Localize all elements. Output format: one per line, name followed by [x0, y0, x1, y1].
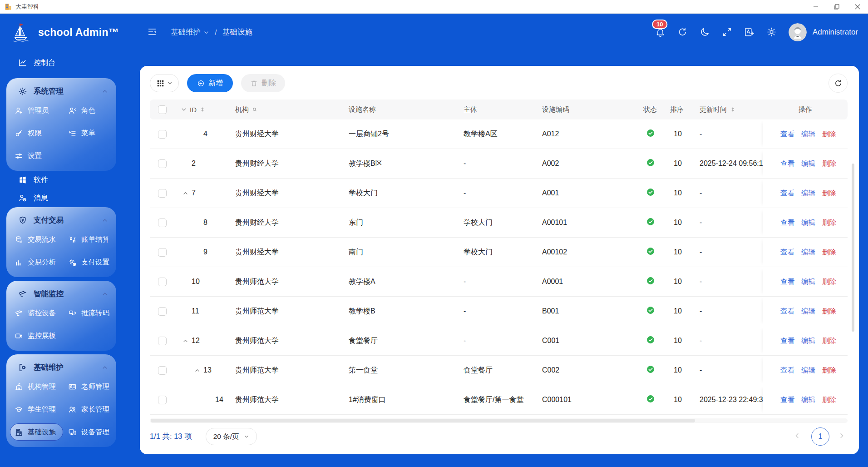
- edit-link[interactable]: 编辑: [801, 248, 815, 257]
- prev-page-button[interactable]: [793, 432, 803, 442]
- delete-link[interactable]: 删除: [822, 336, 836, 346]
- view-link[interactable]: 查看: [780, 129, 794, 139]
- minimize-button[interactable]: [805, 0, 826, 13]
- delete-link[interactable]: 删除: [822, 159, 836, 169]
- breadcrumb-section[interactable]: 基础维护: [171, 27, 209, 37]
- edit-link[interactable]: 编辑: [801, 395, 815, 405]
- sidebar-item-交易流水[interactable]: 交易流水: [6, 228, 62, 251]
- current-page-button[interactable]: 1: [811, 427, 829, 446]
- delete-link[interactable]: 删除: [822, 129, 836, 139]
- table-refresh-button[interactable]: [829, 74, 848, 93]
- fullscreen-icon[interactable]: [722, 27, 733, 38]
- view-link[interactable]: 查看: [780, 336, 794, 346]
- edit-link[interactable]: 编辑: [801, 189, 815, 198]
- header-status[interactable]: 状态: [637, 105, 664, 114]
- sidebar-item-设备管理[interactable]: 设备管理: [62, 421, 116, 443]
- row-checkbox[interactable]: [158, 219, 167, 227]
- sidebar-item-权限[interactable]: 权限: [6, 122, 62, 144]
- next-page-button[interactable]: [838, 432, 848, 442]
- sidebar-group-header[interactable]: 系统管理: [6, 84, 116, 99]
- row-checkbox[interactable]: [158, 307, 167, 316]
- view-link[interactable]: 查看: [780, 307, 794, 316]
- edit-link[interactable]: 编辑: [801, 159, 815, 169]
- sidebar-item-基础设施[interactable]: 基础设施: [10, 423, 63, 441]
- sidebar-item-软件[interactable]: 软件: [0, 171, 123, 189]
- settings-gear-icon[interactable]: [766, 27, 777, 38]
- column-settings-button[interactable]: [150, 74, 179, 92]
- sidebar-item-家长管理[interactable]: 家长管理: [62, 398, 116, 421]
- delete-button[interactable]: 删除: [241, 74, 285, 92]
- view-link[interactable]: 查看: [780, 395, 794, 405]
- close-button[interactable]: [847, 0, 868, 13]
- delete-link[interactable]: 删除: [822, 218, 836, 228]
- sidebar-item-设置[interactable]: 设置: [6, 144, 62, 167]
- collapse-row-icon[interactable]: [182, 338, 192, 344]
- delete-link[interactable]: 删除: [822, 307, 836, 316]
- collapse-row-icon[interactable]: [182, 190, 192, 196]
- refresh-icon[interactable]: [677, 27, 688, 38]
- row-checkbox[interactable]: [158, 248, 167, 257]
- header-subject[interactable]: 主体: [457, 105, 536, 114]
- delete-link[interactable]: 删除: [822, 395, 836, 405]
- sidebar-item-账单结算[interactable]: 账单结算: [62, 228, 116, 251]
- translate-icon[interactable]: [744, 27, 755, 38]
- add-button[interactable]: 新增: [187, 74, 233, 92]
- row-checkbox[interactable]: [158, 159, 167, 168]
- sidebar-group-header[interactable]: 基础维护: [6, 360, 116, 375]
- edit-link[interactable]: 编辑: [801, 307, 815, 316]
- username-label[interactable]: Administrator: [813, 28, 858, 37]
- edit-link[interactable]: 编辑: [801, 366, 815, 375]
- row-checkbox[interactable]: [158, 130, 167, 139]
- sidebar-group-header[interactable]: 支付交易: [6, 213, 116, 228]
- header-id[interactable]: ID: [174, 106, 229, 114]
- delete-link[interactable]: 删除: [822, 366, 836, 375]
- sidebar-item-监控展板[interactable]: 监控展板: [6, 324, 62, 347]
- sidebar-item-管理员[interactable]: 管理员: [6, 99, 62, 122]
- sidebar-group-header[interactable]: 智能监控: [6, 286, 116, 302]
- sidebar-item-消息[interactable]: 消息: [0, 189, 123, 207]
- view-link[interactable]: 查看: [780, 277, 794, 287]
- sidebar-item-角色[interactable]: 角色: [62, 99, 116, 122]
- sidebar-item-老师管理[interactable]: 老师管理: [62, 375, 116, 398]
- view-link[interactable]: 查看: [780, 218, 794, 228]
- sidebar-item-推流转码[interactable]: 推流转码: [62, 302, 116, 324]
- header-updated[interactable]: 更新时间: [693, 105, 763, 114]
- header-code[interactable]: 设施编码: [536, 105, 637, 114]
- maximize-button[interactable]: [826, 0, 847, 13]
- view-link[interactable]: 查看: [780, 366, 794, 375]
- edit-link[interactable]: 编辑: [801, 277, 815, 287]
- horizontal-scrollbar-thumb[interactable]: [151, 419, 695, 422]
- sidebar-item-监控设备[interactable]: 监控设备: [6, 302, 62, 324]
- sidebar-item-控制台[interactable]: 控制台: [0, 54, 123, 72]
- row-checkbox[interactable]: [158, 189, 167, 198]
- page-size-select[interactable]: 20 条/页: [206, 428, 257, 445]
- delete-link[interactable]: 删除: [822, 277, 836, 287]
- delete-link[interactable]: 删除: [822, 189, 836, 198]
- view-link[interactable]: 查看: [780, 248, 794, 257]
- row-checkbox[interactable]: [158, 337, 167, 345]
- user-avatar[interactable]: [789, 23, 807, 41]
- row-checkbox[interactable]: [158, 396, 167, 404]
- view-link[interactable]: 查看: [780, 159, 794, 169]
- sidebar-item-交易分析[interactable]: 交易分析: [6, 251, 62, 273]
- sidebar-item-菜单[interactable]: 菜单: [62, 122, 116, 144]
- header-org[interactable]: 机构: [229, 105, 342, 114]
- view-link[interactable]: 查看: [780, 189, 794, 198]
- notification-bell-icon[interactable]: 10: [655, 27, 666, 38]
- edit-link[interactable]: 编辑: [801, 218, 815, 228]
- sidebar-item-机构管理[interactable]: 机构管理: [6, 375, 62, 398]
- row-checkbox[interactable]: [158, 366, 167, 375]
- row-checkbox[interactable]: [158, 278, 167, 286]
- sidebar-item-支付设置[interactable]: 支付设置: [62, 251, 116, 273]
- edit-link[interactable]: 编辑: [801, 336, 815, 346]
- breadcrumb-page[interactable]: 基础设施: [222, 27, 252, 37]
- delete-link[interactable]: 删除: [822, 248, 836, 257]
- sidebar-collapse-icon[interactable]: [147, 27, 158, 38]
- header-name[interactable]: 设施名称: [342, 105, 457, 114]
- dark-mode-moon-icon[interactable]: [700, 27, 710, 38]
- edit-link[interactable]: 编辑: [801, 129, 815, 139]
- vertical-scrollbar-thumb[interactable]: [852, 164, 854, 332]
- collapse-row-icon[interactable]: [194, 367, 203, 373]
- select-all-checkbox[interactable]: [158, 105, 167, 114]
- header-sort[interactable]: 排序: [664, 105, 693, 114]
